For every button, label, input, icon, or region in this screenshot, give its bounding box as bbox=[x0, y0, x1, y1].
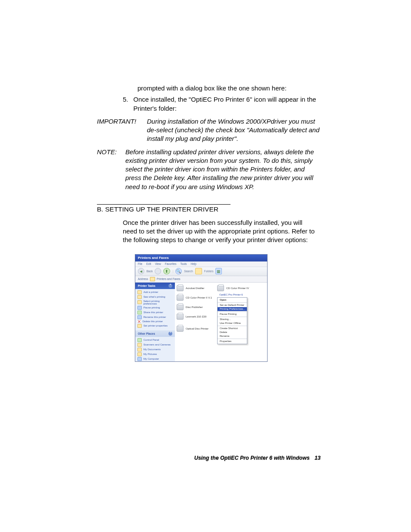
printer-tasks-header[interactable]: Printer Tasks ˄ bbox=[135, 283, 175, 289]
selected-printer-label: OptiEC Pro Printer 6 bbox=[219, 293, 243, 296]
forward-icon[interactable] bbox=[155, 268, 161, 274]
task-preferences[interactable]: Select printing preferences bbox=[137, 300, 173, 305]
page-footer: Using the OptiEC Pro Printer 6 with Wind… bbox=[194, 455, 321, 461]
place-pictures[interactable]: My Pictures bbox=[137, 352, 173, 356]
important-note: IMPORTANT! During installation of the Wi… bbox=[97, 117, 321, 143]
chevron-icon[interactable]: ˄ bbox=[168, 332, 172, 336]
address-label: Address bbox=[138, 277, 148, 280]
task-rename[interactable]: Rename this printer bbox=[137, 315, 173, 319]
menu-help[interactable]: Help bbox=[191, 262, 196, 265]
ctx-offline[interactable]: Use Printer Offline bbox=[218, 321, 247, 325]
task-sidebar: Printer Tasks ˄ Add a printer See what's… bbox=[135, 283, 175, 362]
footer-text: Using the OptiEC Pro Printer 6 with Wind… bbox=[194, 455, 310, 461]
other-places-panel: Other Places ˄ Control Panel Scanners an… bbox=[135, 330, 175, 362]
printer-icon bbox=[217, 285, 224, 291]
ctx-printing-preferences[interactable]: Printing Preferences... bbox=[218, 307, 247, 311]
section-heading: B. SETTING UP THE PRINTER DRIVER bbox=[97, 205, 321, 213]
ctx-properties[interactable]: Properties bbox=[218, 339, 247, 343]
place-documents[interactable]: My Documents bbox=[137, 348, 173, 352]
printer-item-selected[interactable]: CD Color Printer IV bbox=[217, 285, 249, 291]
task-share[interactable]: Share this printer bbox=[137, 311, 173, 314]
ctx-set-default[interactable]: Set as Default Printer bbox=[218, 303, 247, 307]
place-computer[interactable]: My Computer bbox=[137, 357, 173, 361]
back-icon[interactable]: ◄ bbox=[138, 268, 144, 274]
printer-icon bbox=[177, 285, 184, 291]
context-menu: Open Set as Default Printer Printing Pre… bbox=[217, 297, 247, 344]
ctx-open[interactable]: Open bbox=[218, 298, 247, 302]
menu-edit[interactable]: Edit bbox=[146, 262, 151, 265]
printer-item[interactable]: Acrobat Distiller bbox=[177, 285, 204, 291]
task-add-printer[interactable]: Add a printer bbox=[137, 290, 173, 294]
printer-item[interactable]: Disc Publisher bbox=[177, 304, 203, 310]
task-delete[interactable]: Delete this printer bbox=[137, 320, 173, 323]
window-titlebar: Printers and Faxes bbox=[135, 255, 267, 261]
menu-view[interactable]: View bbox=[155, 262, 161, 265]
note-label: NOTE: bbox=[97, 148, 123, 191]
folder-icon bbox=[150, 277, 155, 281]
search-label[interactable]: Search bbox=[184, 270, 193, 273]
back-label[interactable]: Back bbox=[146, 270, 153, 273]
page-number: 13 bbox=[314, 455, 321, 461]
ctx-delete[interactable]: Delete bbox=[218, 330, 247, 334]
section-rule bbox=[97, 204, 230, 205]
continuation-text: prompted with a dialog box like the one … bbox=[137, 84, 321, 93]
window-title: Printers and Faxes bbox=[138, 256, 169, 260]
printer-item[interactable]: CD Color Printer II V.1 bbox=[177, 295, 212, 301]
printer-icon bbox=[177, 295, 184, 301]
address-value: Printers and Faxes bbox=[157, 277, 181, 280]
printer-icon bbox=[177, 304, 184, 310]
printer-icon bbox=[177, 326, 184, 332]
note-text: Before installing updated printer driver… bbox=[125, 148, 321, 191]
content-area: Printer Tasks ˄ Add a printer See what's… bbox=[135, 283, 267, 362]
place-control-panel[interactable]: Control Panel bbox=[137, 338, 173, 342]
search-icon[interactable]: 🔍 bbox=[175, 268, 182, 274]
task-properties[interactable]: Set printer properties bbox=[137, 324, 173, 328]
place-scanners[interactable]: Scanners and Cameras bbox=[137, 343, 173, 347]
important-label: IMPORTANT! bbox=[97, 117, 144, 143]
printers-window: Printers and Faxes File Edit View Favori… bbox=[135, 254, 268, 362]
chevron-icon[interactable]: ˄ bbox=[168, 284, 172, 288]
step-number: 5. bbox=[123, 95, 128, 113]
ctx-shortcut[interactable]: Create Shortcut bbox=[218, 327, 247, 330]
folders-label[interactable]: Folders bbox=[204, 270, 214, 273]
printer-item[interactable]: Optical Disc Printer bbox=[177, 326, 209, 332]
menubar: File Edit View Favorites Tools Help bbox=[135, 261, 267, 267]
ctx-rename[interactable]: Rename bbox=[218, 334, 247, 338]
section-paragraph: Once the printer driver has been success… bbox=[123, 218, 317, 245]
printer-tasks-panel: Printer Tasks ˄ Add a printer See what's… bbox=[135, 283, 175, 330]
printer-item[interactable]: Lexmark 210 Z20 bbox=[177, 314, 206, 320]
up-icon[interactable]: ⬆ bbox=[163, 268, 170, 274]
ctx-sharing[interactable]: Sharing... bbox=[218, 317, 247, 321]
note-block: NOTE: Before installing updated printer … bbox=[97, 148, 321, 191]
step-text: Once installed, the "OptiEC Pro Printer … bbox=[134, 95, 321, 113]
printer-list-area: Acrobat Distiller CD Color Printer II V.… bbox=[175, 283, 267, 362]
toolbar: ◄ Back ⬆ | 🔍 Search Folders ▦ bbox=[135, 267, 267, 276]
ctx-pause[interactable]: Pause Printing bbox=[218, 312, 247, 316]
task-see-printing[interactable]: See what's printing bbox=[137, 295, 173, 299]
menu-tools[interactable]: Tools bbox=[180, 262, 187, 265]
views-icon[interactable]: ▦ bbox=[215, 268, 222, 274]
step-5: 5. Once installed, the "OptiEC Pro Print… bbox=[123, 95, 321, 113]
step-list: 5. Once installed, the "OptiEC Pro Print… bbox=[123, 95, 321, 113]
address-bar: Address Printers and Faxes bbox=[135, 276, 267, 283]
document-page: prompted with a dialog box like the one … bbox=[0, 0, 411, 532]
other-places-header[interactable]: Other Places ˄ bbox=[135, 330, 175, 337]
task-pause[interactable]: Pause printing bbox=[137, 306, 173, 310]
menu-file[interactable]: File bbox=[138, 262, 142, 265]
important-text: During installation of the Windows 2000/… bbox=[147, 117, 321, 143]
folders-icon[interactable] bbox=[195, 268, 202, 274]
printer-icon bbox=[177, 314, 184, 320]
menu-favorites[interactable]: Favorites bbox=[165, 262, 177, 265]
